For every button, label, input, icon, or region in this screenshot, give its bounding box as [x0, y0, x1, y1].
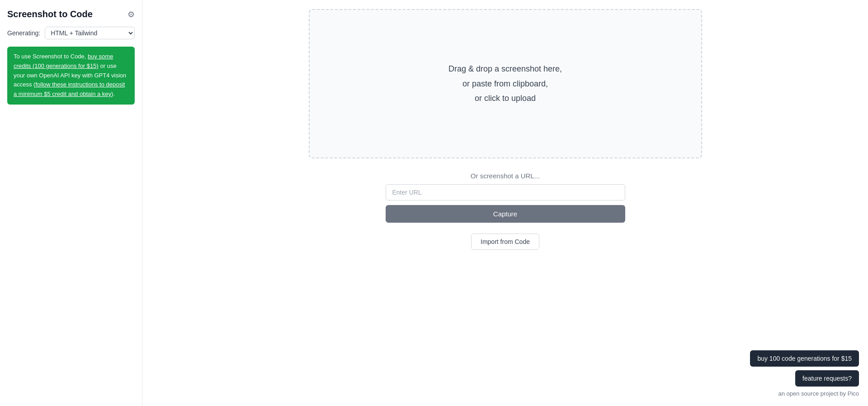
buy-generations-button[interactable]: buy 100 code generations for $15 — [750, 350, 859, 367]
info-text-3: ). — [111, 91, 115, 97]
drop-zone[interactable]: Drag & drop a screenshot here, or paste … — [309, 9, 702, 158]
info-box: To use Screenshot to Code, buy some cred… — [7, 47, 135, 105]
generating-row: Generating: HTML + Tailwind React Vue Bo… — [7, 27, 135, 39]
url-input[interactable] — [386, 184, 625, 201]
info-text: To use Screenshot to Code, — [14, 53, 88, 60]
open-source-label: an open source project by Pico — [778, 390, 859, 397]
import-from-code-button[interactable]: Import from Code — [471, 234, 539, 250]
generating-label: Generating: — [7, 29, 40, 37]
feature-requests-button[interactable]: feature requests? — [795, 370, 859, 387]
main-content: Drag & drop a screenshot here, or paste … — [142, 0, 868, 406]
drop-line-1: Drag & drop a screenshot here, — [448, 62, 562, 76]
import-section: Import from Code — [471, 234, 539, 250]
url-section: Or screenshot a URL... Capture — [386, 172, 625, 223]
framework-select[interactable]: HTML + Tailwind React Vue Bootstrap — [45, 27, 135, 39]
capture-button[interactable]: Capture — [386, 205, 625, 223]
app-title: Screenshot to Code — [7, 9, 93, 19]
sidebar: Screenshot to Code ⚙ Generating: HTML + … — [0, 0, 142, 406]
bottom-right-area: buy 100 code generations for $15 feature… — [750, 350, 859, 397]
drop-zone-text: Drag & drop a screenshot here, or paste … — [448, 62, 562, 105]
sidebar-header: Screenshot to Code ⚙ — [7, 9, 135, 19]
drop-line-3: or click to upload — [448, 91, 562, 105]
url-section-label: Or screenshot a URL... — [471, 172, 540, 180]
settings-icon[interactable]: ⚙ — [127, 10, 135, 19]
drop-line-2: or paste from clipboard, — [448, 76, 562, 91]
